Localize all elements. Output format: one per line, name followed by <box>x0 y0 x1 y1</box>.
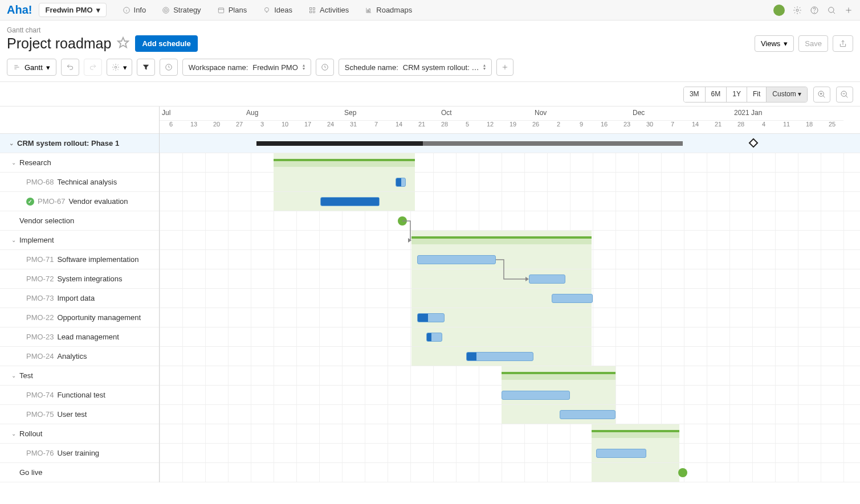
group-bar[interactable] <box>592 430 679 438</box>
add-filter-button[interactable] <box>496 59 513 76</box>
timeline-row[interactable] <box>160 308 860 327</box>
chevron-down-icon[interactable]: ⌄ <box>11 431 16 437</box>
save-button[interactable]: Save <box>798 35 828 52</box>
day-label: 5 <box>456 120 479 134</box>
settings-dropdown[interactable]: ▾ <box>107 59 132 76</box>
zoom-in-button[interactable] <box>813 87 830 103</box>
sidebar-row-task[interactable]: PMO-74Functional test <box>0 386 159 405</box>
plus-icon[interactable] <box>844 6 853 15</box>
timeline-row[interactable] <box>160 211 860 231</box>
timeline-row[interactable] <box>160 366 860 386</box>
task-bar[interactable] <box>502 391 570 400</box>
chevron-down-icon[interactable]: ⌄ <box>11 159 16 166</box>
sidebar-row-milestone[interactable]: Go live <box>0 463 159 482</box>
zoom-custom[interactable]: Custom ▾ <box>767 87 807 102</box>
clock-button-1[interactable] <box>160 59 178 76</box>
sidebar-row-task[interactable]: PMO-76User training <box>0 444 159 463</box>
task-bar[interactable] <box>320 197 380 206</box>
task-bar[interactable] <box>560 410 616 419</box>
timeline-row[interactable] <box>160 289 860 308</box>
sidebar-row-group[interactable]: ⌄Rollout <box>0 424 159 444</box>
zoom-3m[interactable]: 3M <box>684 87 706 102</box>
chevron-down-icon[interactable]: ⌄ <box>11 237 16 243</box>
task-bar[interactable] <box>417 313 445 322</box>
zoom-out-button[interactable] <box>836 87 853 103</box>
nav-strategy[interactable]: Strategy <box>155 3 207 17</box>
sidebar-row-phase[interactable]: ⌄CRM system rollout: Phase 1 <box>0 134 159 153</box>
timeline-row[interactable] <box>160 153 860 173</box>
sidebar-row-task[interactable]: PMO-72System integrations <box>0 269 159 289</box>
clock-button-2[interactable] <box>316 59 334 76</box>
sidebar-row-task[interactable]: PMO-24Analytics <box>0 347 159 366</box>
timeline-row[interactable] <box>160 386 860 405</box>
timeline-row[interactable] <box>160 444 860 463</box>
svg-rect-10 <box>309 7 312 10</box>
timeline-row[interactable] <box>160 347 860 366</box>
sidebar-row-group[interactable]: ⌄Test <box>0 366 159 386</box>
sidebar-row-task[interactable]: PMO-23Lead management <box>0 327 159 347</box>
sidebar-row-task[interactable]: PMO-73Import data <box>0 289 159 308</box>
timeline-row[interactable] <box>160 231 860 250</box>
task-bar[interactable] <box>396 178 406 187</box>
filter-button[interactable] <box>137 59 155 76</box>
group-bar[interactable] <box>274 159 415 167</box>
task-bar[interactable] <box>596 449 646 458</box>
sidebar-row-task[interactable]: PMO-75User test <box>0 405 159 424</box>
group-bar[interactable] <box>411 236 592 244</box>
sidebar-row-task[interactable]: PMO-67Vendor evaluation <box>0 192 159 211</box>
task-bar[interactable] <box>426 333 442 342</box>
timeline-row[interactable] <box>160 463 860 482</box>
nav-plans[interactable]: Plans <box>210 3 254 17</box>
timeline-row[interactable] <box>160 173 860 192</box>
sidebar-row-task[interactable]: PMO-71Software implementation <box>0 250 159 269</box>
nav-ideas[interactable]: Ideas <box>256 3 299 17</box>
timeline-row[interactable] <box>160 192 860 211</box>
task-id: PMO-68 <box>26 178 54 186</box>
month-label: Oct <box>441 109 452 117</box>
help-icon[interactable] <box>810 6 819 15</box>
sidebar-row-group[interactable]: ⌄Implement <box>0 231 159 250</box>
nav-activities[interactable]: Activities <box>301 3 356 17</box>
zoom-1y[interactable]: 1Y <box>727 87 747 102</box>
milestone-dot[interactable] <box>398 216 407 226</box>
workspace-filter[interactable]: Workspace name: Fredwin PMO ▴▾ <box>182 59 311 76</box>
phase-milestone-diamond[interactable] <box>749 138 759 148</box>
chevron-down-icon[interactable]: ⌄ <box>11 372 16 379</box>
schedule-filter[interactable]: Schedule name: CRM system rollout: … ▴▾ <box>339 59 492 76</box>
share-button[interactable] <box>833 35 853 52</box>
task-bar[interactable] <box>529 274 565 284</box>
undo-button[interactable] <box>61 59 79 76</box>
favorite-button[interactable] <box>117 36 129 51</box>
gear-icon[interactable] <box>793 6 802 15</box>
svg-rect-11 <box>313 7 315 10</box>
zoom-6m[interactable]: 6M <box>706 87 727 102</box>
redo-button[interactable] <box>84 59 102 76</box>
group-bar[interactable] <box>502 372 616 380</box>
sidebar-row-task[interactable]: PMO-22Opportunity management <box>0 308 159 327</box>
timeline-row[interactable] <box>160 424 860 444</box>
timeline-row[interactable] <box>160 405 860 424</box>
workspace-dropdown[interactable]: Fredwin PMO ▾ <box>39 3 106 17</box>
task-bar[interactable] <box>552 294 593 303</box>
sidebar-row-milestone[interactable]: Vendor selection <box>0 211 159 231</box>
nav-roadmaps[interactable]: Roadmaps <box>358 3 419 17</box>
sidebar-row-task[interactable]: PMO-68Technical analysis <box>0 173 159 192</box>
task-bar[interactable] <box>466 352 533 361</box>
task-bar[interactable] <box>417 255 496 264</box>
phase-bar[interactable] <box>256 141 683 146</box>
gantt-timeline[interactable]: JulAugSepOctNovDec2021 Jan 6132027310172… <box>160 106 860 482</box>
search-icon[interactable] <box>827 6 836 15</box>
timeline-row[interactable] <box>160 134 860 153</box>
nav-info[interactable]: Info <box>116 3 153 17</box>
views-dropdown[interactable]: Views ▾ <box>755 35 794 52</box>
chevron-down-icon[interactable]: ⌄ <box>9 140 14 146</box>
gantt-view-dropdown[interactable]: Gantt ▾ <box>7 59 56 76</box>
timeline-row[interactable] <box>160 269 860 289</box>
sidebar-row-group[interactable]: ⌄Research <box>0 153 159 173</box>
add-schedule-button[interactable]: Add schedule <box>135 35 197 52</box>
avatar[interactable] <box>773 5 785 16</box>
timeline-row[interactable] <box>160 250 860 269</box>
milestone-dot[interactable] <box>678 468 687 477</box>
zoom-fit[interactable]: Fit <box>747 87 767 102</box>
timeline-row[interactable] <box>160 327 860 347</box>
